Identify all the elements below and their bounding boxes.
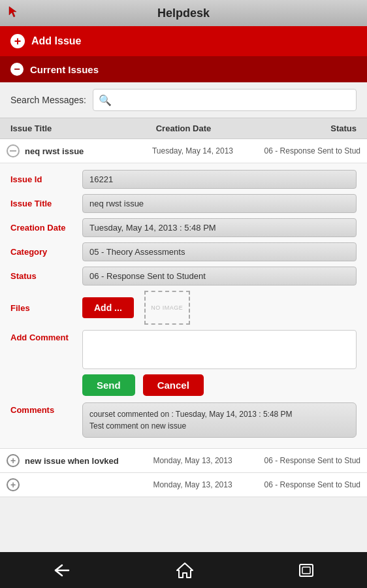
add-issue-label: Add Issue: [31, 35, 81, 47]
issue-id-label: Issue Id: [10, 174, 82, 184]
add-comment-row: Add Comment: [10, 330, 357, 369]
back-button[interactable]: [52, 563, 72, 578]
send-button[interactable]: Send: [82, 374, 135, 396]
issue-id-value: 16221: [82, 170, 357, 189]
bottom-nav: [0, 552, 367, 588]
page-title: Helpdesk: [157, 7, 210, 20]
status-value: 06 - Response Sent to Student: [82, 267, 357, 286]
action-buttons: Send Cancel: [82, 374, 357, 396]
issue-2-title: new issue when lovked: [25, 456, 128, 466]
issue-title-value: neq rwst issue: [82, 194, 357, 213]
issue-title-label: Issue Title: [10, 199, 82, 208]
issue-1-date: Tuesday, May 14, 2013: [128, 146, 257, 155]
col-status: Status: [250, 123, 357, 133]
category-label: Category: [10, 247, 82, 257]
comments-bubble: courset commented on : Tuesday, May 14, …: [82, 402, 357, 438]
col-issue-title: Issue Title: [10, 123, 117, 133]
cursor-icon: [8, 6, 20, 20]
current-issues-label: Current Issues: [30, 64, 99, 75]
issue-1-status: 06 - Response Sent to Stud: [257, 146, 360, 155]
table-header: Issue Title Creation Date Status: [0, 118, 367, 139]
search-icon: 🔍: [99, 94, 112, 106]
svg-rect-3: [300, 564, 313, 576]
issue-row-3: + Monday, May 13, 2013 06 - Response Sen…: [0, 473, 367, 497]
svg-marker-0: [9, 7, 16, 17]
comment-textarea[interactable]: [82, 330, 357, 369]
issue-2-date: Monday, May 13, 2013: [128, 456, 257, 465]
issue-id-row: Issue Id 16221: [10, 170, 357, 189]
category-value: 05 - Theory Assessments: [82, 242, 357, 261]
issue-3-status: 06 - Response Sent to Stud: [257, 480, 360, 489]
search-input-wrap: 🔍: [93, 89, 357, 111]
issue-2-status: 06 - Response Sent to Stud: [257, 456, 360, 465]
search-input[interactable]: [116, 95, 351, 105]
current-issues-bar[interactable]: − Current Issues: [0, 56, 367, 82]
svg-marker-2: [177, 563, 193, 578]
issue-row-2-header[interactable]: + new issue when lovked Monday, May 13, …: [0, 449, 367, 472]
category-row: Category 05 - Theory Assessments: [10, 242, 357, 261]
issue-title-row: Issue Title neq rwst issue: [10, 194, 357, 213]
add-files-button[interactable]: Add ...: [82, 297, 134, 318]
comments-label: Comments: [10, 402, 82, 415]
creation-date-value: Tuesday, May 14, 2013 : 5:48 PM: [82, 218, 357, 237]
no-image-placeholder: NO IMAGE: [144, 291, 190, 325]
svg-rect-4: [302, 567, 310, 574]
issue-1-detail: Issue Id 16221 Issue Title neq rwst issu…: [0, 163, 367, 448]
col-creation-date: Creation Date: [117, 123, 250, 133]
title-bar: Helpdesk: [0, 0, 367, 26]
add-comment-label: Add Comment: [10, 330, 82, 342]
comment-line2: Test comment on new issue: [89, 420, 349, 432]
issue-3-date: Monday, May 13, 2013: [128, 480, 257, 489]
expand-icon-3: +: [7, 478, 20, 491]
minus-icon: −: [10, 63, 24, 76]
files-label: Files: [10, 303, 82, 313]
main-content: + Add Issue − Current Issues Search Mess…: [0, 26, 367, 552]
issue-row-3-header[interactable]: + Monday, May 13, 2013 06 - Response Sen…: [0, 473, 367, 497]
files-row: Files Add ... NO IMAGE: [10, 291, 357, 325]
status-label: Status: [10, 271, 82, 281]
collapse-icon-1: [7, 144, 20, 157]
comment-line1: courset commented on : Tuesday, May 14, …: [89, 408, 349, 420]
search-label: Search Messages:: [10, 95, 86, 105]
status-row: Status 06 - Response Sent to Student: [10, 267, 357, 286]
plus-icon: +: [10, 34, 25, 48]
comments-row: Comments courset commented on : Tuesday,…: [10, 402, 357, 438]
issue-1-title: neq rwst issue: [25, 146, 128, 156]
expand-icon-2: +: [7, 454, 20, 467]
home-button[interactable]: [176, 562, 194, 579]
no-image-text: NO IMAGE: [151, 304, 183, 311]
issue-row-1-header[interactable]: neq rwst issue Tuesday, May 14, 2013 06 …: [0, 139, 367, 163]
recents-button[interactable]: [298, 563, 315, 578]
creation-date-row: Creation Date Tuesday, May 14, 2013 : 5:…: [10, 218, 357, 237]
add-issue-button[interactable]: + Add Issue: [0, 26, 367, 56]
creation-date-label: Creation Date: [10, 223, 82, 233]
issue-row-2: + new issue when lovked Monday, May 13, …: [0, 449, 367, 473]
search-area: Search Messages: 🔍: [0, 82, 367, 118]
issue-row-1: neq rwst issue Tuesday, May 14, 2013 06 …: [0, 139, 367, 449]
cancel-button[interactable]: Cancel: [143, 374, 204, 396]
